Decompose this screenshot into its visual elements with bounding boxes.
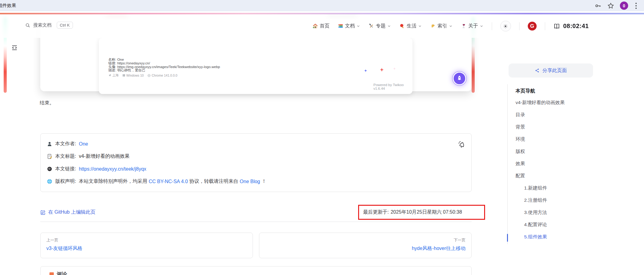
- github-edit-label: 在 GitHub 上编辑此页: [48, 209, 95, 215]
- divider: [40, 222, 472, 222]
- profile-avatar[interactable]: 0: [620, 2, 628, 10]
- tab-title: 组件效果: [0, 3, 16, 9]
- page-aside: 分享此页面 本页导航 v4-新增好看的动画效果 目录 背景 环境 版权 效果 配…: [497, 38, 644, 275]
- site-link[interactable]: One Blog: [240, 179, 260, 184]
- toc-title: 本页导航: [516, 88, 535, 94]
- author-row: 本文作者: One: [47, 138, 465, 150]
- share-page-label: 分享此页面: [542, 67, 567, 74]
- house-icon: [312, 23, 318, 29]
- back-to-top-button[interactable]: [453, 72, 466, 85]
- bookmark-star-icon[interactable]: [607, 2, 614, 9]
- copyright-label: 版权声明:: [55, 178, 76, 185]
- nav-item-index[interactable]: 索引: [430, 23, 453, 29]
- nav-divider: [519, 22, 520, 30]
- password-key-icon[interactable]: [594, 2, 602, 9]
- field-label: 名称:: [108, 58, 116, 61]
- field-label: 描述:: [108, 68, 116, 72]
- sparkle-pink-icon: [393, 67, 396, 70]
- paddle-icon: [399, 23, 405, 29]
- chevron-down-icon: [480, 24, 484, 28]
- toc-item[interactable]: 配置: [516, 173, 525, 179]
- wine-icon: [461, 23, 467, 29]
- browser-bar-icons: 0: [594, 0, 644, 11]
- license-link[interactable]: CC BY-NC-SA 4.0: [149, 179, 188, 184]
- article-url-link[interactable]: https://onedayxyy.cn/teek/j8yqx: [79, 166, 146, 172]
- sparkle-blue-icon: [364, 69, 367, 72]
- nav-item-about[interactable]: 关于: [461, 23, 484, 29]
- toc-item[interactable]: 背景: [516, 124, 525, 130]
- theme-toggle-button[interactable]: [500, 21, 511, 31]
- bell-icon[interactable]: [458, 140, 466, 149]
- comment-meta-row: 上海 Windows 10 Chrome 141.0.0.0: [108, 73, 177, 78]
- clock-widget: 08:02:41: [553, 23, 589, 30]
- next-page-card[interactable]: 下一页 hyde风格-hover往上移动: [259, 233, 472, 258]
- field-value: https://img.onedayxyy.cn/images/Teek/Tee…: [117, 65, 220, 69]
- copyright-text: 本站文章除特别声明外，均采用: [79, 178, 147, 185]
- nav-item-life[interactable]: 生活: [399, 23, 422, 29]
- browser-window: 名称: One 链接: https://onedayxyy.cn/ 头像: ht…: [0, 0, 644, 275]
- comment-preview-fields: 名称: One 链接: https://onedayxyy.cn/ 头像: ht…: [108, 58, 220, 72]
- memo-icon: [47, 154, 52, 159]
- author-label: 本文作者:: [55, 141, 76, 147]
- title-value: v4-新增好看的动画效果: [79, 153, 129, 160]
- toc-item[interactable]: 4.配置评论: [524, 222, 547, 228]
- copyright-text: 协议，转载请注明来自: [189, 178, 238, 185]
- sparkle-red-icon: [380, 67, 384, 72]
- toc-item[interactable]: 目录: [516, 112, 525, 118]
- nav-item-docs[interactable]: 文档: [338, 23, 360, 29]
- github-edit-link[interactable]: 在 GitHub 上编辑此页: [40, 209, 95, 215]
- nav-item-home[interactable]: 首页: [312, 23, 329, 29]
- rocket-icon: [456, 75, 463, 82]
- author-link[interactable]: One: [79, 141, 88, 147]
- nav-item-label: 关于: [468, 23, 478, 29]
- nav-item-topics[interactable]: 专题: [369, 23, 391, 29]
- last-updated-value: 2025年10月25日星期六 07:50:38: [390, 209, 462, 215]
- toc-item[interactable]: 1.新建组件: [524, 185, 547, 191]
- speech-bubble-icon: [49, 271, 54, 275]
- toc-item[interactable]: 版权: [516, 148, 525, 155]
- toc-item[interactable]: 效果: [516, 161, 525, 167]
- toc-item[interactable]: v4-新增好看的动画效果: [516, 100, 565, 106]
- search-shortcut-badge: Ctrl K: [57, 22, 73, 29]
- article-ending-text: 结束。: [40, 100, 54, 106]
- chevron-down-icon: [356, 24, 360, 28]
- nav-item-label: 生活: [407, 23, 416, 29]
- meta-location: 上海: [112, 73, 119, 78]
- field-label: 链接:: [108, 61, 116, 65]
- next-page-title: hyde风格-hover往上移动: [265, 245, 466, 252]
- toc-item-active[interactable]: 5.组件效果: [524, 234, 547, 240]
- chevron-down-icon: [449, 24, 453, 28]
- globe-icon: [47, 179, 52, 184]
- link-icon: [47, 166, 52, 172]
- toc-item[interactable]: 3.使用方法: [524, 209, 547, 216]
- toc-active-indicator: [507, 234, 508, 242]
- share-page-button[interactable]: 分享此页面: [509, 63, 593, 78]
- copyright-row: 版权声明: 本站文章除特别声明外，均采用 CC BY-NC-SA 4.0 协议，…: [47, 175, 465, 188]
- browser-menu-icon[interactable]: [634, 2, 639, 10]
- clock-time: 08:02:41: [563, 23, 589, 30]
- nav-menu: 首页 文档 专题 生活 索引: [312, 14, 589, 38]
- chevron-down-icon: [418, 24, 422, 28]
- open-book-icon: [553, 23, 560, 30]
- nav-item-label: 索引: [437, 23, 447, 29]
- nav-item-label: 首页: [320, 23, 329, 29]
- chrome-icon: [147, 74, 151, 77]
- title-row: 本文标题: v4-新增好看的动画效果: [47, 150, 465, 163]
- search-icon: [25, 23, 31, 28]
- search-label: 搜索文档: [33, 22, 52, 28]
- comments-heading: 评论: [49, 271, 471, 275]
- toc-item[interactable]: 环境: [516, 136, 525, 143]
- gitee-logo-button[interactable]: G: [528, 22, 537, 31]
- books-icon: [338, 23, 344, 29]
- windows-icon: [122, 74, 125, 77]
- meta-browser: Chrome 141.0.0.0: [152, 74, 177, 77]
- last-updated-annotation: 最后更新于: 2025年10月25日星期六 07:50:38: [358, 205, 485, 220]
- search-button[interactable]: 搜索文档 Ctrl K: [25, 22, 73, 29]
- toc-item[interactable]: 2.注册组件: [524, 197, 547, 204]
- last-updated-label: 最后更新于:: [363, 209, 389, 215]
- prev-page-card[interactable]: 上一页 v3-友链循环风格: [40, 233, 253, 258]
- article-info-card: 本文作者: One 本文标题: v4-新增好看的动画效果 本文链接: https…: [40, 133, 472, 192]
- location-arrow-icon: [108, 74, 111, 77]
- edit-icon: [40, 210, 46, 215]
- tools-icon: [369, 23, 374, 29]
